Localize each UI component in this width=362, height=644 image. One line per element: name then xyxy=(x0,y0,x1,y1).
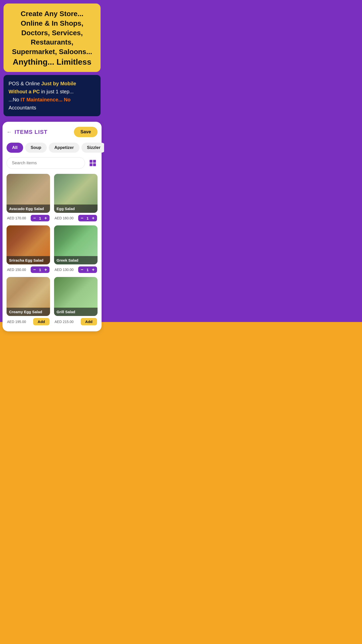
card-header: ← ITEMS LIST Save xyxy=(7,127,98,137)
item-price: AED 130.00 xyxy=(55,268,74,272)
svg-rect-3 xyxy=(93,163,96,166)
item-card: Grill Salad AED 215.00 Add xyxy=(54,277,98,325)
qty-control: − 1 + xyxy=(78,266,97,273)
item-card: Creamy Egg Salad AED 195.00 Add xyxy=(7,277,50,325)
item-bottom: AED 170.00 − 1 + xyxy=(7,215,50,221)
item-card: Egg Salad AED 160.00 − 1 + xyxy=(54,174,98,221)
qty-increase[interactable]: + xyxy=(44,216,48,220)
qty-increase[interactable]: + xyxy=(91,216,95,220)
qty-increase[interactable]: + xyxy=(91,267,95,272)
item-name: Avacado Egg Salad xyxy=(7,205,50,213)
item-name: Creamy Egg Salad xyxy=(7,308,50,316)
item-image-wrapper: Avacado Egg Salad xyxy=(7,174,50,213)
qty-value: 1 xyxy=(86,216,89,220)
pos-highlight-1: Just by Mobile xyxy=(41,81,76,86)
items-list-card: ← ITEMS LIST Save All Soup Appetizer Siz… xyxy=(3,122,102,331)
qty-decrease[interactable]: − xyxy=(80,216,84,220)
pos-text-3: in just 1 step... xyxy=(40,89,74,94)
grid-view-icon[interactable] xyxy=(88,158,98,168)
back-button[interactable]: ← xyxy=(7,129,12,135)
item-image-wrapper: Grill Salad xyxy=(54,277,98,316)
top-banner: Create Any Store... Online & In Shops, D… xyxy=(4,4,101,72)
qty-value: 1 xyxy=(86,268,89,272)
qty-value: 1 xyxy=(38,216,42,220)
qty-control: − 1 + xyxy=(78,215,97,221)
search-row xyxy=(7,157,98,169)
tab-soup[interactable]: Soup xyxy=(25,143,47,153)
pos-highlight-without: Without a PC xyxy=(9,89,40,94)
save-button[interactable]: Save xyxy=(74,127,98,137)
item-price: AED 215.00 xyxy=(55,320,74,324)
item-price: AED 195.00 xyxy=(7,320,26,324)
item-name: Greek Salad xyxy=(54,256,98,264)
tab-appetizer[interactable]: Appetizer xyxy=(49,143,79,153)
item-bottom: AED 160.00 − 1 + xyxy=(54,215,98,221)
item-image-wrapper: Sriracha Egg Salad xyxy=(7,225,50,264)
pos-banner: POS & Online Just by Mobile Without a PC… xyxy=(4,75,101,116)
search-input[interactable] xyxy=(7,157,85,169)
qty-decrease[interactable]: − xyxy=(33,267,36,272)
pos-text-4: ...No xyxy=(9,97,21,102)
pos-highlight-2: IT Maintainence... xyxy=(21,97,63,102)
item-image-wrapper: Greek Salad xyxy=(54,225,98,264)
items-grid: Avacado Egg Salad AED 170.00 − 1 + Egg S… xyxy=(7,174,98,325)
svg-rect-2 xyxy=(90,163,93,166)
top-banner-text: Create Any Store... Online & In Shops, D… xyxy=(9,9,96,67)
item-bottom: AED 215.00 Add xyxy=(54,318,98,325)
tab-sizzler[interactable]: Sizzler xyxy=(81,143,104,153)
item-card: Greek Salad AED 130.00 − 1 + xyxy=(54,225,98,273)
page-title: ITEMS LIST xyxy=(15,129,48,135)
pos-text-1: POS & Online xyxy=(9,81,41,86)
category-tabs: All Soup Appetizer Sizzler xyxy=(7,143,98,153)
qty-control: − 1 + xyxy=(31,215,50,221)
header-left: ← ITEMS LIST xyxy=(7,129,48,135)
qty-control: − 1 + xyxy=(31,266,50,273)
qty-increase[interactable]: + xyxy=(44,267,48,272)
item-image-wrapper: Egg Salad xyxy=(54,174,98,213)
svg-rect-0 xyxy=(90,160,93,163)
item-name: Sriracha Egg Salad xyxy=(7,256,50,264)
qty-value: 1 xyxy=(38,268,42,272)
item-name: Egg Salad xyxy=(54,205,98,213)
item-card: Avacado Egg Salad AED 170.00 − 1 + xyxy=(7,174,50,221)
svg-rect-1 xyxy=(93,160,96,163)
item-price: AED 150.00 xyxy=(7,268,26,272)
item-bottom: AED 150.00 − 1 + xyxy=(7,266,50,273)
qty-decrease[interactable]: − xyxy=(33,216,36,220)
item-price: AED 170.00 xyxy=(7,216,26,220)
item-bottom: AED 130.00 − 1 + xyxy=(54,266,98,273)
add-button[interactable]: Add xyxy=(81,318,97,325)
item-image-wrapper: Creamy Egg Salad xyxy=(7,277,50,316)
item-price: AED 160.00 xyxy=(55,216,74,220)
qty-decrease[interactable]: − xyxy=(80,267,84,272)
tab-all[interactable]: All xyxy=(7,143,23,153)
item-bottom: AED 195.00 Add xyxy=(7,318,50,325)
add-button[interactable]: Add xyxy=(33,318,50,325)
item-card: Sriracha Egg Salad AED 150.00 − 1 + xyxy=(7,225,50,273)
item-name: Grill Salad xyxy=(54,308,98,316)
